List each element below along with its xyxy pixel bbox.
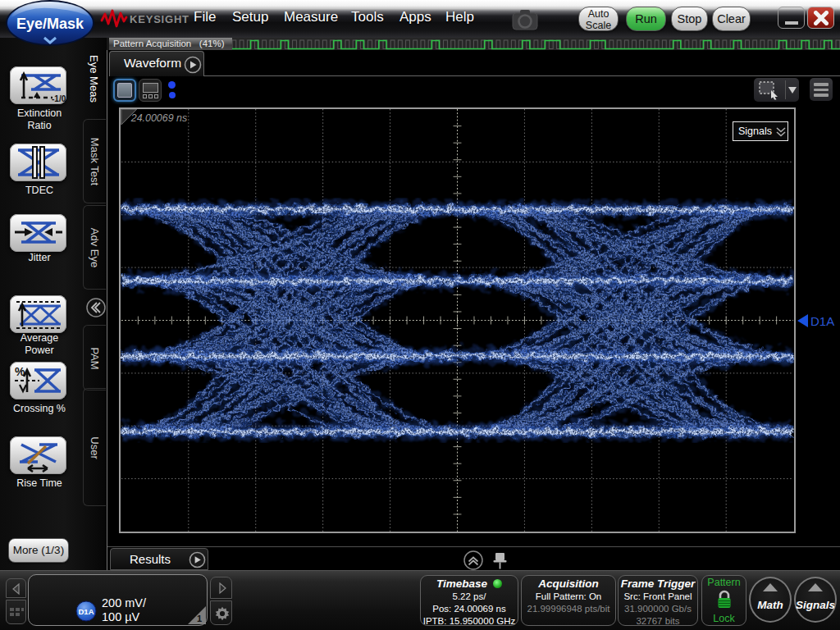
svg-text:D1A: D1A bbox=[78, 607, 94, 616]
svg-text:D1A: D1A bbox=[810, 314, 834, 328]
svg-text:24.00069 ns: 24.00069 ns bbox=[130, 112, 187, 124]
svg-text:Eye/Mask: Eye/Mask bbox=[16, 16, 84, 32]
svg-text:-1/0: -1/0 bbox=[52, 94, 66, 103]
svg-text:KEYSIGHT: KEYSIGHT bbox=[130, 13, 189, 25]
svg-text:1: 1 bbox=[197, 614, 202, 623]
